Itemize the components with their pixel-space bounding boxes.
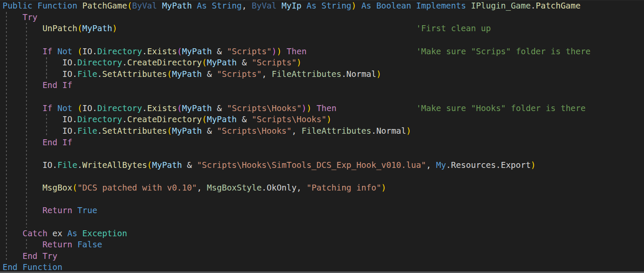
code-token[interactable]: Public Function: [3, 1, 82, 11]
code-token[interactable]: IO.: [62, 58, 77, 68]
code-token[interactable]: MyPath: [207, 58, 237, 68]
code-token[interactable]: (: [77, 47, 82, 56]
code-token[interactable]: ): [326, 114, 332, 124]
code-token[interactable]: &: [202, 126, 217, 136]
code-token[interactable]: ex: [47, 229, 67, 238]
code-token[interactable]: MsgBoxStyle: [207, 183, 262, 193]
code-token[interactable]: ): [406, 126, 411, 136]
code-token[interactable]: (: [177, 47, 182, 56]
code-token[interactable]: IO.: [82, 47, 97, 56]
code-token[interactable]: ): [277, 47, 282, 56]
code-token[interactable]: UnPatch: [42, 23, 77, 33]
code-token[interactable]: [3, 205, 42, 215]
code-token[interactable]: [72, 240, 77, 250]
code-line[interactable]: Return False: [3, 239, 591, 251]
code-token[interactable]: [3, 47, 42, 56]
code-token[interactable]: "Patching info": [306, 183, 381, 193]
code-token[interactable]: [3, 251, 23, 261]
code-line[interactable]: IO.File.WriteAllBytes(MyPath & "Scripts\…: [3, 160, 591, 171]
code-editor[interactable]: Public Function PatchGame(ByVal MyPath A…: [0, 0, 644, 273]
code-token[interactable]: MyPath: [162, 1, 192, 11]
code-token[interactable]: .: [122, 114, 127, 124]
code-token[interactable]: Return: [42, 240, 72, 250]
code-token[interactable]: MyPath: [172, 126, 202, 136]
code-line[interactable]: End If: [3, 137, 591, 149]
code-token[interactable]: End Function: [3, 262, 62, 272]
code-token[interactable]: As String: [192, 1, 242, 11]
code-token[interactable]: CreateDirectory: [127, 58, 202, 68]
code-token[interactable]: As: [67, 229, 77, 238]
code-token[interactable]: (: [202, 58, 207, 68]
code-line[interactable]: [3, 171, 591, 182]
code-token[interactable]: ): [302, 103, 307, 113]
code-token[interactable]: [77, 229, 82, 238]
code-token[interactable]: SetAttributes: [102, 69, 167, 79]
code-token[interactable]: ,: [242, 1, 251, 11]
horizontal-scrollbar[interactable]: [0, 272, 644, 273]
code-area[interactable]: Public Function PatchGame(ByVal MyPath A…: [3, 0, 591, 273]
code-token[interactable]: "Scripts\Hooks": [227, 103, 301, 113]
code-token[interactable]: (: [77, 23, 82, 33]
code-token[interactable]: False: [77, 240, 102, 250]
code-token[interactable]: If: [42, 47, 52, 56]
code-line[interactable]: [3, 91, 591, 103]
code-token[interactable]: ,: [297, 183, 306, 193]
code-token[interactable]: "Scripts\Hooks\SimTools_DCS_Exp_Hook_v01…: [197, 160, 426, 170]
code-line[interactable]: IO.Directory.CreateDirectory(MyPath & "S…: [3, 57, 591, 69]
code-token[interactable]: .: [142, 47, 147, 56]
code-token[interactable]: &: [237, 114, 252, 124]
code-token[interactable]: (: [147, 160, 152, 170]
code-token[interactable]: .: [77, 160, 82, 170]
code-token[interactable]: "Scripts": [217, 69, 262, 79]
code-token[interactable]: MyPath: [152, 160, 182, 170]
code-line[interactable]: [3, 194, 591, 205]
code-token[interactable]: [72, 47, 77, 56]
code-token[interactable]: Exists: [147, 103, 177, 113]
code-token[interactable]: [312, 103, 317, 113]
code-token[interactable]: .: [97, 69, 102, 79]
code-token[interactable]: ): [531, 160, 536, 170]
code-token[interactable]: "Scripts\Hooks": [252, 114, 326, 124]
code-token[interactable]: [3, 183, 42, 193]
code-token[interactable]: MyIp: [282, 1, 302, 11]
code-token[interactable]: (: [177, 103, 182, 113]
code-token[interactable]: End Try: [23, 251, 58, 261]
code-token[interactable]: [3, 138, 42, 147]
code-token[interactable]: [52, 103, 58, 113]
code-token[interactable]: (: [202, 114, 207, 124]
code-token[interactable]: [282, 47, 287, 56]
code-token[interactable]: Not: [57, 103, 72, 113]
code-token[interactable]: [3, 103, 42, 113]
code-line[interactable]: Try: [3, 12, 591, 23]
code-token[interactable]: CreateDirectory: [127, 114, 202, 124]
code-token[interactable]: File: [77, 126, 97, 136]
code-token[interactable]: [3, 126, 62, 136]
code-token[interactable]: [157, 1, 162, 11]
code-token[interactable]: Then: [287, 47, 307, 56]
code-token[interactable]: &: [212, 47, 227, 56]
code-token[interactable]: [3, 12, 23, 22]
code-token[interactable]: .: [97, 126, 102, 136]
code-token[interactable]: PatchGame: [82, 1, 127, 11]
code-token[interactable]: [117, 23, 416, 33]
code-token[interactable]: .: [122, 58, 127, 68]
code-token[interactable]: My: [436, 160, 446, 170]
code-token[interactable]: ByVal: [252, 1, 277, 11]
code-line[interactable]: IO.Directory.CreateDirectory(MyPath & "S…: [3, 114, 591, 126]
code-token[interactable]: &: [182, 160, 197, 170]
code-token[interactable]: .: [531, 1, 536, 11]
code-line[interactable]: End If: [3, 80, 591, 91]
code-token[interactable]: ): [376, 69, 382, 79]
code-token[interactable]: Return: [42, 205, 72, 215]
code-token[interactable]: "Scripts": [227, 47, 271, 56]
code-token[interactable]: If: [42, 103, 52, 113]
code-line[interactable]: End Try: [3, 251, 591, 262]
code-token[interactable]: ,: [426, 160, 436, 170]
code-line[interactable]: MsgBox("DCS patched with v0.10", MsgBoxS…: [3, 182, 591, 194]
code-token[interactable]: "Scripts": [252, 58, 297, 68]
code-token[interactable]: [3, 229, 23, 238]
code-token[interactable]: ,: [262, 69, 271, 79]
code-token[interactable]: ): [306, 103, 312, 113]
code-token[interactable]: Directory: [77, 58, 122, 68]
code-token[interactable]: .Normal: [371, 126, 406, 136]
